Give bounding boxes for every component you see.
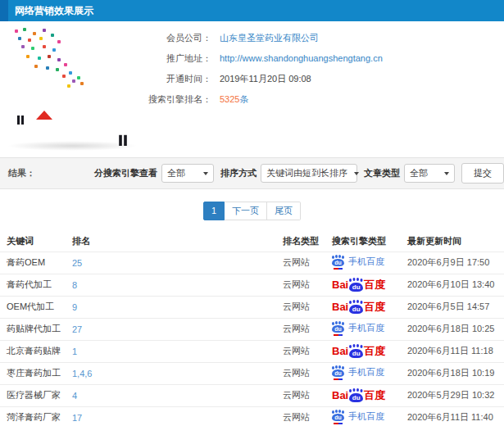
baidu-bai-text: Bai bbox=[332, 301, 348, 313]
rank-cell[interactable]: 4 bbox=[66, 384, 276, 406]
bar-chart-illustration bbox=[5, 26, 152, 151]
table-row: 药贴牌代加工27云网站du手机百度2020年6月18日 10:25 bbox=[0, 318, 504, 340]
baidu-paw-icon: du bbox=[332, 322, 344, 334]
sort-filter-label: 排序方式 bbox=[220, 167, 257, 179]
article-type-select[interactable]: 全部 bbox=[404, 164, 455, 183]
rank-count-label: 搜索引擎排名： bbox=[148, 89, 211, 110]
info-row-rank-count: 搜索引擎排名： 5325条 bbox=[148, 89, 500, 110]
engine-cell: du手机百度 bbox=[325, 406, 401, 426]
rank-type-cell: 云网站 bbox=[276, 406, 325, 426]
baidu-paw-icon: du bbox=[332, 366, 344, 378]
mobile-baidu-logo: du手机百度 bbox=[332, 410, 384, 423]
rank-cell[interactable]: 1,4,6 bbox=[66, 362, 276, 384]
baidu-paw-icon: du bbox=[349, 345, 363, 358]
results-table: 关键词 排名 排名类型 搜索引擎类型 最新更新时间 膏药OEM25云网站du手机… bbox=[0, 232, 504, 426]
rank-type-cell: 云网站 bbox=[276, 296, 325, 318]
updated-cell: 2020年6月18日 10:25 bbox=[401, 318, 504, 340]
baidu-cn-text: 百度 bbox=[364, 300, 385, 315]
baidu-logo: Baidu百度 bbox=[332, 300, 385, 315]
mobile-baidu-logo: du手机百度 bbox=[332, 256, 384, 268]
baidu-bai-text: Bai bbox=[332, 345, 348, 357]
baidu-cn-text: 百度 bbox=[364, 344, 385, 359]
engine-filter-label: 分搜索引擎查看 bbox=[94, 167, 157, 179]
chevron-down-icon bbox=[203, 172, 208, 175]
rank-type-cell: 云网站 bbox=[276, 318, 325, 340]
rank-cell[interactable]: 8 bbox=[66, 274, 276, 296]
chevron-down-icon bbox=[444, 172, 449, 175]
chevron-down-icon bbox=[354, 172, 359, 175]
engine-filter-value: 全部 bbox=[167, 167, 185, 179]
next-page-button[interactable]: 下一页 bbox=[225, 202, 267, 220]
engine-cell: du手机百度 bbox=[325, 252, 401, 274]
keyword-cell: 膏药代加工 bbox=[0, 274, 66, 296]
promo-url-label: 推广地址： bbox=[148, 48, 211, 69]
baidu-logo: Baidu百度 bbox=[332, 388, 385, 403]
baidu-paw-icon: du bbox=[349, 279, 363, 292]
filter-controls: 分搜索引擎查看 全部 排序方式 关键词由短到长排序 文章类型 全部 提交 bbox=[88, 163, 504, 184]
keyword-cell: 北京膏药贴牌 bbox=[0, 340, 66, 362]
engine-cell: du手机百度 bbox=[325, 318, 401, 340]
rank-cell[interactable]: 27 bbox=[66, 318, 276, 340]
submit-button[interactable]: 提交 bbox=[461, 163, 504, 184]
mobile-baidu-text: 手机百度 bbox=[348, 366, 384, 378]
page-1-button[interactable]: 1 bbox=[203, 202, 225, 220]
header-rank-type: 排名类型 bbox=[276, 232, 325, 252]
promo-url-link[interactable]: http://www.shandonghuangshengtang.cn bbox=[220, 48, 383, 69]
last-page-button[interactable]: 尾页 bbox=[267, 202, 301, 220]
header-keyword: 关键词 bbox=[0, 232, 66, 252]
company-name-link[interactable]: 山东皇圣堂药业有限公司 bbox=[220, 28, 319, 48]
table-row: 枣庄膏药加工1,4,6云网站du手机百度2020年6月18日 10:19 bbox=[0, 362, 504, 384]
table-row: 膏药OEM25云网站du手机百度2020年6月9日 17:50 bbox=[0, 252, 504, 274]
updated-cell: 2020年6月11日 11:40 bbox=[401, 406, 504, 426]
rank-cell[interactable]: 9 bbox=[66, 296, 276, 318]
info-row-company: 会员公司： 山东皇圣堂药业有限公司 bbox=[148, 28, 500, 48]
rank-count-value: 5325条 bbox=[220, 89, 248, 110]
confetti-decoration bbox=[15, 29, 18, 33]
open-time-value: 2019年11月20日 09:08 bbox=[220, 69, 311, 89]
rank-type-cell: 云网站 bbox=[276, 362, 325, 384]
info-row-url: 推广地址： http://www.shandonghuangshengtang.… bbox=[148, 48, 500, 69]
sort-filter-value: 关键词由短到长排序 bbox=[266, 167, 347, 179]
table-row: 膏药代加工8云网站Baidu百度2020年6月10日 13:40 bbox=[0, 274, 504, 296]
engine-cell: Baidu百度 bbox=[325, 274, 401, 296]
updated-cell: 2020年6月5日 14:57 bbox=[401, 296, 504, 318]
results-table-body: 膏药OEM25云网站du手机百度2020年6月9日 17:50膏药代加工8云网站… bbox=[0, 252, 504, 426]
baidu-bai-text: Bai bbox=[332, 279, 348, 291]
rank-type-cell: 云网站 bbox=[276, 252, 325, 274]
baidu-paw-icon: du bbox=[332, 256, 344, 268]
engine-filter-select[interactable]: 全部 bbox=[161, 164, 214, 183]
rank-cell[interactable]: 1 bbox=[66, 340, 276, 362]
growth-arrow-icon bbox=[36, 97, 52, 111]
app-header: 网络营销效果展示 bbox=[0, 0, 504, 21]
table-row: 医疗器械厂家4云网站Baidu百度2020年5月29日 10:32 bbox=[0, 384, 504, 406]
rank-cell[interactable]: 17 bbox=[66, 406, 276, 426]
updated-cell: 2020年6月10日 13:40 bbox=[401, 274, 504, 296]
engine-cell: Baidu百度 bbox=[325, 296, 401, 318]
baidu-paw-icon: du bbox=[349, 301, 363, 314]
filter-bar: 结果： 分搜索引擎查看 全部 排序方式 关键词由短到长排序 文章类型 全部 提交 bbox=[0, 157, 504, 189]
mobile-baidu-logo: du手机百度 bbox=[332, 322, 384, 334]
updated-cell: 2020年5月29日 10:32 bbox=[401, 384, 504, 406]
keyword-cell: 医疗器械厂家 bbox=[0, 384, 66, 406]
baidu-cn-text: 百度 bbox=[364, 388, 385, 403]
baidu-bai-text: Bai bbox=[332, 389, 348, 401]
info-row-open-time: 开通时间： 2019年11月20日 09:08 bbox=[148, 69, 500, 89]
baidu-logo: Baidu百度 bbox=[332, 344, 385, 359]
keyword-cell: 枣庄膏药加工 bbox=[0, 362, 66, 384]
baidu-logo: Baidu百度 bbox=[332, 278, 385, 292]
engine-cell: du手机百度 bbox=[325, 362, 401, 384]
mobile-baidu-logo: du手机百度 bbox=[332, 366, 384, 378]
rank-type-cell: 云网站 bbox=[276, 384, 325, 406]
rank-cell[interactable]: 25 bbox=[66, 252, 276, 274]
page-title: 网络营销效果展示 bbox=[15, 0, 93, 21]
rank-count-suffix: 条 bbox=[239, 94, 248, 104]
rank-count-number: 5325 bbox=[220, 94, 239, 104]
info-section: 会员公司： 山东皇圣堂药业有限公司 推广地址： http://www.shand… bbox=[0, 21, 504, 157]
rank-type-cell: 云网站 bbox=[276, 274, 325, 296]
open-time-label: 开通时间： bbox=[148, 69, 211, 89]
mobile-baidu-text: 手机百度 bbox=[348, 322, 384, 334]
keyword-cell: 药贴牌代加工 bbox=[0, 318, 66, 340]
result-label: 结果： bbox=[8, 167, 35, 179]
header-updated: 最新更新时间 bbox=[401, 232, 504, 252]
sort-filter-select[interactable]: 关键词由短到长排序 bbox=[261, 164, 357, 183]
